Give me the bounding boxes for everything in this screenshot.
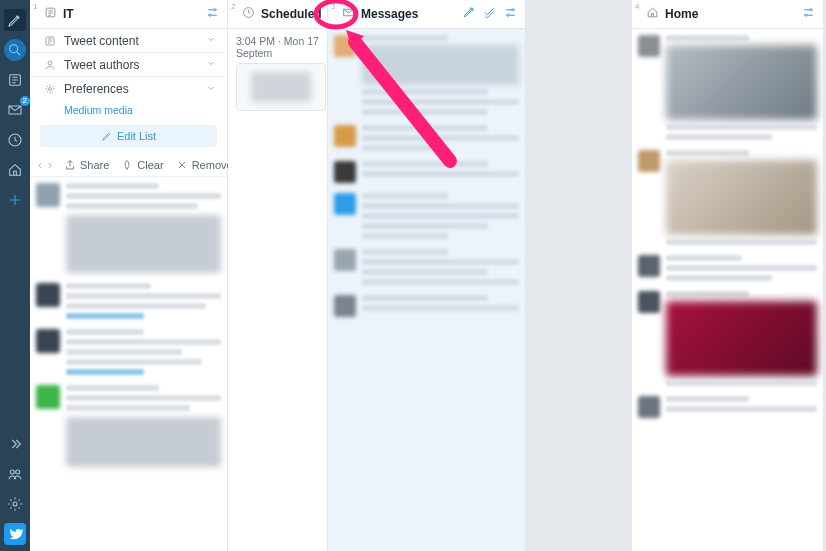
accounts-button[interactable] (4, 463, 26, 485)
column-nav-arrows[interactable]: ‹ › (38, 158, 52, 172)
list-item[interactable] (334, 193, 519, 239)
svg-point-13 (512, 9, 514, 11)
column-settings-icon[interactable] (504, 6, 517, 22)
svg-point-10 (48, 61, 52, 65)
svg-point-7 (214, 9, 216, 11)
column-number: 3 (331, 2, 335, 11)
share-button[interactable]: Share (64, 159, 109, 171)
compose-button[interactable] (4, 9, 26, 31)
share-label: Share (80, 159, 109, 171)
home-stream[interactable] (632, 29, 823, 551)
column-tools: ‹ › Share Clear Remove (30, 153, 227, 177)
list-icon (44, 6, 57, 22)
column-header-it: IT (30, 0, 227, 29)
svg-point-11 (49, 88, 52, 91)
list-item[interactable] (36, 283, 221, 319)
svg-point-4 (16, 470, 20, 474)
chevron-left-icon[interactable]: ‹ (38, 158, 42, 172)
svg-point-3 (10, 470, 14, 474)
column-stream[interactable] (30, 177, 227, 551)
column-header-scheduled: Scheduled All ac (228, 0, 327, 29)
filter-tweet-content[interactable]: Tweet content (30, 29, 227, 53)
filter-label: Tweet authors (64, 58, 139, 72)
list-item[interactable] (334, 295, 519, 317)
messages-stream[interactable] (328, 29, 525, 551)
list-item[interactable] (334, 35, 519, 115)
column-empty-area (228, 119, 327, 551)
column-header-messages: Messages (328, 0, 525, 29)
column-it: 1 IT Tweet content Tweet authors Prefere… (30, 0, 228, 551)
messages-button[interactable]: 2 (4, 99, 26, 121)
column-number: 1 (33, 2, 37, 11)
expand-sidebar-button[interactable] (4, 433, 26, 455)
list-item[interactable] (638, 150, 817, 245)
scheduled-button[interactable] (4, 129, 26, 151)
preferences-value[interactable]: Medium media (30, 101, 227, 119)
column-scheduled: 2 Scheduled All ac 3:04 PM · Mon 17 Sept… (228, 0, 328, 551)
edit-list-label: Edit List (117, 130, 156, 142)
authors-icon (44, 59, 56, 71)
scheduled-tweet-card[interactable] (236, 63, 326, 111)
add-column-button[interactable] (4, 189, 26, 211)
svg-point-16 (805, 14, 807, 16)
lists-button[interactable] (4, 69, 26, 91)
list-item[interactable] (36, 183, 221, 273)
home-button[interactable] (4, 159, 26, 181)
filter-label: Tweet content (64, 34, 139, 48)
filter-preferences[interactable]: Preferences (30, 77, 227, 101)
content-icon (44, 35, 56, 47)
column-title: Scheduled (261, 7, 322, 21)
left-nav: 2 (0, 0, 30, 551)
twitter-logo[interactable] (4, 523, 26, 545)
clock-icon (242, 6, 255, 22)
chevron-down-icon (205, 82, 217, 97)
column-settings-icon[interactable] (206, 6, 219, 22)
list-item[interactable] (36, 385, 221, 467)
column-title: Messages (361, 7, 418, 21)
svg-point-5 (13, 502, 17, 506)
remove-label: Remove (192, 159, 233, 171)
list-item[interactable] (334, 161, 519, 183)
clear-label: Clear (137, 159, 163, 171)
list-item[interactable] (638, 35, 817, 140)
list-item[interactable] (36, 329, 221, 375)
filter-label: Preferences (64, 82, 129, 96)
remove-button[interactable]: Remove (176, 159, 233, 171)
svg-point-0 (10, 45, 18, 53)
column-home: 4 Home (632, 0, 824, 551)
compose-message-icon[interactable] (462, 6, 475, 22)
svg-point-15 (810, 9, 812, 11)
list-item[interactable] (638, 255, 817, 281)
list-item[interactable] (638, 291, 817, 386)
column-number: 4 (635, 2, 639, 11)
clear-icon (121, 159, 133, 171)
column-settings-icon[interactable] (802, 6, 815, 22)
list-item[interactable] (334, 249, 519, 285)
settings-button[interactable] (4, 493, 26, 515)
search-button[interactable] (4, 39, 26, 61)
messages-badge: 2 (20, 96, 30, 106)
close-icon (176, 159, 188, 171)
column-title: Home (665, 7, 698, 21)
scheduled-time-label: 3:04 PM · Mon 17 Septem (228, 29, 327, 63)
column-header-home: Home (632, 0, 823, 29)
list-item[interactable] (334, 125, 519, 151)
home-icon (646, 6, 659, 22)
column-messages: 3 Messages (328, 0, 526, 551)
edit-list-button[interactable]: Edit List (40, 125, 217, 147)
svg-point-14 (507, 14, 509, 16)
mark-read-icon[interactable] (483, 6, 496, 22)
messages-icon (342, 6, 355, 22)
column-title: IT (63, 7, 74, 21)
pencil-icon (101, 131, 112, 142)
preferences-icon (44, 83, 56, 95)
filter-tweet-authors[interactable]: Tweet authors (30, 53, 227, 77)
chevron-down-icon (205, 57, 217, 72)
deck-gap (526, 0, 632, 551)
chevron-right-icon[interactable]: › (48, 158, 52, 172)
clear-button[interactable]: Clear (121, 159, 163, 171)
svg-point-8 (209, 14, 211, 16)
list-item[interactable] (638, 396, 817, 418)
column-deck: 1 IT Tweet content Tweet authors Prefere… (30, 0, 826, 551)
chevron-down-icon (205, 33, 217, 48)
